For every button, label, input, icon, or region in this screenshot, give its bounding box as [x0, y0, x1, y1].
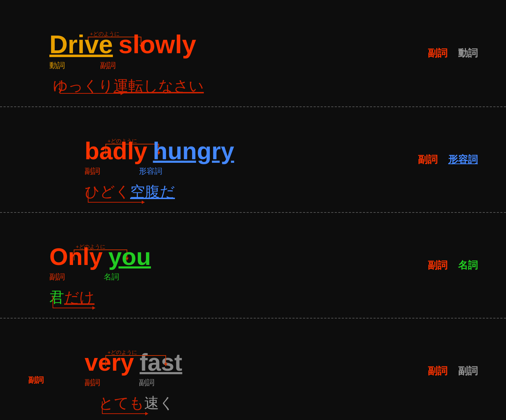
pos-labels-3: 副詞 名詞: [49, 272, 485, 282]
svg-marker-9: [164, 363, 167, 366]
word-drive: Drive: [49, 30, 113, 59]
pos-labels-4: 副詞 副詞: [85, 377, 485, 388]
svg-marker-5: [142, 200, 145, 204]
pos-very: 副詞: [85, 377, 100, 388]
phrase-row-1: Drive slowly: [49, 30, 485, 59]
right-label-3-2: 名詞: [458, 259, 478, 272]
pos-very-left: 副詞: [28, 376, 44, 384]
right-label-2-2: 形容詞: [448, 153, 478, 166]
word-you: you: [108, 243, 151, 270]
phrase-row-3: Only you: [49, 243, 485, 270]
word-hungry: hungry: [153, 137, 234, 165]
section-2: +どのように badly hungry 副詞 形容詞 ひどく空腹だ: [0, 107, 506, 213]
pos-drive: 動詞: [49, 60, 65, 71]
pos-slowly: 副詞: [100, 60, 116, 71]
word-badly: badly: [85, 137, 147, 165]
section-4: +どのように very fast 副詞 副詞 とても速く: [0, 319, 506, 420]
word-only: Only: [49, 243, 103, 270]
trans-bracket-3: [46, 294, 116, 313]
pos-you: 名詞: [104, 272, 119, 282]
trans-bracket-4: [95, 400, 173, 419]
right-label-2-1: 副詞: [418, 153, 438, 166]
svg-marker-11: [145, 412, 148, 415]
svg-marker-8: [92, 306, 95, 310]
section-3: +どのように Only you 副詞 名詞 君だけ: [0, 213, 506, 319]
pos-only: 副詞: [49, 272, 65, 282]
right-label-1-2: 動詞: [458, 47, 478, 60]
section-1: +どのように Drive slowly 動詞 副詞 ゆっくり運転しなさい: [0, 0, 506, 107]
trans-bracket-2: [81, 188, 169, 208]
right-label-1-1: 副詞: [428, 47, 447, 60]
main-container: +どのように Drive slowly 動詞 副詞 ゆっくり運転しなさい: [0, 0, 506, 420]
pos-hungry: 形容詞: [139, 166, 162, 177]
right-labels-3: 副詞 名詞: [428, 259, 478, 272]
pos-fast: 副詞: [139, 377, 154, 388]
word-slowly: slowly: [118, 30, 196, 59]
pos-labels-2: 副詞 形容詞: [85, 166, 485, 177]
right-labels-2: 副詞 形容詞: [418, 153, 478, 166]
right-label-4-2: 副詞: [458, 364, 478, 378]
trans-bracket-1: [53, 79, 159, 99]
right-labels-4: 副詞 副詞: [428, 364, 478, 378]
right-labels-1: 副詞 動詞: [428, 47, 478, 60]
svg-marker-2: [121, 92, 123, 95]
pos-labels-1: 動詞 副詞: [49, 60, 485, 71]
right-label-4-1: 副詞: [428, 364, 447, 378]
svg-text:+どのように: +どのように: [108, 349, 137, 355]
right-label-3-1: 副詞: [428, 259, 447, 272]
far-left-pos: 副詞: [28, 375, 44, 385]
bracket-svg-4: +どのように: [95, 348, 194, 370]
pos-badly: 副詞: [85, 166, 100, 177]
